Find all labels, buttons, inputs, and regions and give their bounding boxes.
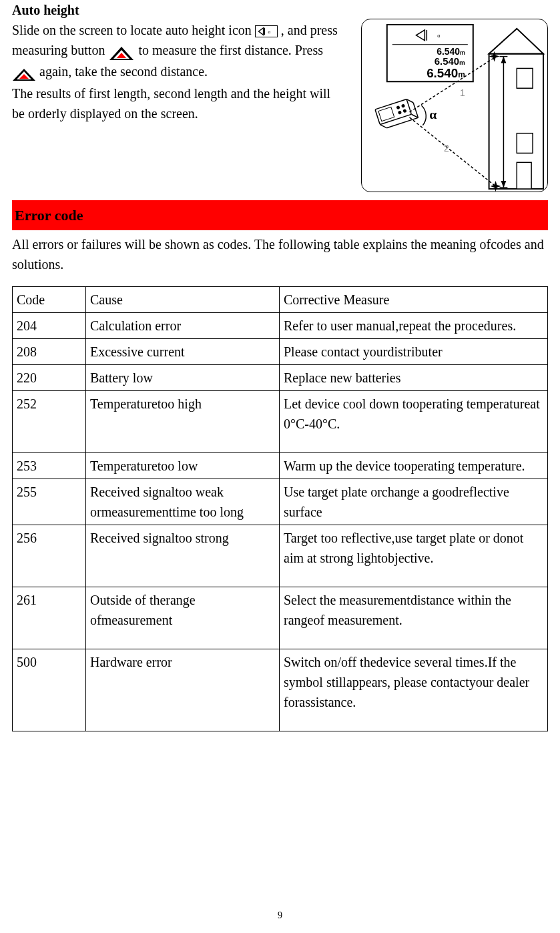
td-measure: Use target plate orchange a goodreflecti… <box>280 479 548 525</box>
td-code: 252 <box>13 391 86 453</box>
svg-marker-10 <box>489 29 543 54</box>
td-measure: Please contact yourdistributer <box>280 339 548 365</box>
table-row: 208Excessive currentPlease contact yourd… <box>13 339 548 365</box>
svg-rect-11 <box>517 68 533 88</box>
error-code-table: Code Cause Corrective Measure 204Calcula… <box>12 286 548 731</box>
svg-rect-9 <box>489 54 543 189</box>
td-code: 204 <box>13 313 86 339</box>
svg-rect-12 <box>517 133 533 153</box>
diagram-num2: 2 <box>444 143 449 153</box>
td-cause: Battery low <box>86 365 280 391</box>
td-measure: Target too reflective,use target plate o… <box>280 525 548 587</box>
auto-height-line1c: to measure the first distance. Press <box>138 43 323 57</box>
td-code: 220 <box>13 365 86 391</box>
td-cause: Excessive current <box>86 339 280 365</box>
auto-height-title: Auto height <box>12 0 342 20</box>
td-measure: Refer to user manual,repeat the procedur… <box>280 313 548 339</box>
th-measure: Corrective Measure <box>280 287 548 313</box>
td-measure: Select the measurementdistance within th… <box>280 587 548 649</box>
screen-val1: 6.540 <box>437 46 460 57</box>
svg-marker-0 <box>258 28 263 35</box>
td-code: 255 <box>13 479 86 525</box>
screen-unit1: m <box>460 49 465 56</box>
error-code-header: Error code <box>12 200 548 230</box>
table-row: 220Battery lowReplace new batteries <box>13 365 548 391</box>
td-measure: Switch on/off thedevice several times.If… <box>280 649 548 731</box>
svg-rect-13 <box>517 162 531 189</box>
screen-val3: 6.540 <box>427 66 458 80</box>
td-measure: Let device cool down tooperating tempera… <box>280 391 548 453</box>
td-cause: Temperaturetoo high <box>86 391 280 453</box>
auto-height-line1a: Slide on the screen to locate auto heigh… <box>12 23 255 37</box>
td-code: 256 <box>13 525 86 587</box>
measure-button-icon <box>108 41 135 61</box>
auto-height-line2: The results of first length, second leng… <box>12 83 342 123</box>
svg-text:α: α <box>437 33 440 39</box>
table-row: 252Temperaturetoo highLet device cool do… <box>13 391 548 453</box>
table-row: 500Hardware errorSwitch on/off thedevice… <box>13 649 548 731</box>
td-cause: Calculation error <box>86 313 280 339</box>
table-row: 256Received signaltoo strongTarget too r… <box>13 525 548 587</box>
auto-height-text: Auto height Slide on the screen to locat… <box>12 0 342 123</box>
td-code: 208 <box>13 339 86 365</box>
screen-unit2: m <box>459 59 465 66</box>
td-measure: Warm up the device tooperating temperatu… <box>280 453 548 479</box>
td-code: 500 <box>13 649 86 731</box>
table-row: 261Outside of therange ofmeasurementSele… <box>13 587 548 649</box>
td-cause: Received signaltoo strong <box>86 525 280 587</box>
td-cause: Temperaturetoo low <box>86 453 280 479</box>
auto-height-diagram: α 6.540m 6.540m 6.540m <box>361 19 548 192</box>
alpha-label: α <box>429 107 437 121</box>
table-row: 253Temperaturetoo lowWarm up the device … <box>13 453 548 479</box>
page-number: 9 <box>0 908 560 922</box>
th-code: Code <box>13 287 86 313</box>
error-code-intro: All errors or failures will be shown as … <box>12 234 548 274</box>
td-cause: Hardware error <box>86 649 280 731</box>
auto-height-icon: α <box>255 25 278 37</box>
td-code: 261 <box>13 587 86 649</box>
td-measure: Replace new batteries <box>280 365 548 391</box>
svg-line-39 <box>410 117 496 186</box>
auto-height-section: Auto height Slide on the screen to locat… <box>12 0 548 192</box>
td-cause: Outside of therange ofmeasurement <box>86 587 280 649</box>
auto-height-line1d: again, take the second distance. <box>39 64 208 79</box>
td-cause: Received signaltoo weak ormeasurementtim… <box>86 479 280 525</box>
table-row: 204Calculation errorRefer to user manual… <box>13 313 548 339</box>
diagram-num1: 1 <box>460 87 465 98</box>
table-row: 255Received signaltoo weak ormeasurement… <box>13 479 548 525</box>
measure-button-icon-2 <box>12 63 36 83</box>
td-code: 253 <box>13 453 86 479</box>
table-header-row: Code Cause Corrective Measure <box>13 287 548 313</box>
th-cause: Cause <box>86 287 280 313</box>
svg-text:α: α <box>268 29 270 35</box>
screen-val2: 6.540 <box>435 56 459 67</box>
